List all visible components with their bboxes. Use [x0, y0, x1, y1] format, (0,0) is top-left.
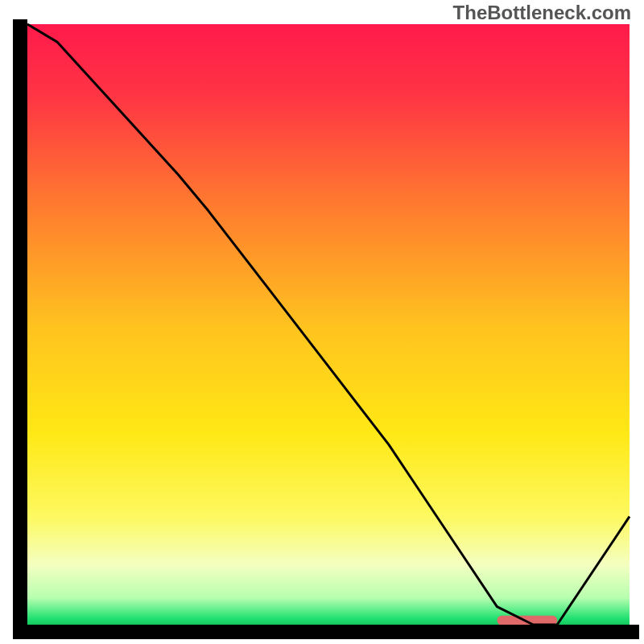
y-axis — [13, 19, 27, 639]
watermark-text: TheBottleneck.com — [453, 2, 631, 24]
plot-background — [27, 24, 630, 625]
bottleneck-chart — [0, 0, 644, 644]
chart-container: TheBottleneck.com — [0, 0, 644, 644]
x-axis — [13, 625, 639, 639]
